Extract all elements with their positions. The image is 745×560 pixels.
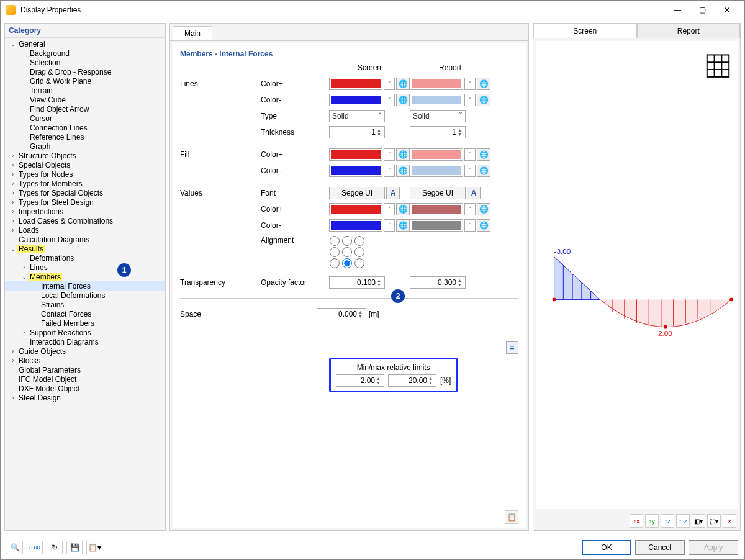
tree-item[interactable]: Calculation Diagrams (5, 235, 165, 244)
limit-max[interactable]: 20.00▲▼ (388, 374, 436, 387)
fill-colorp-report[interactable] (410, 148, 463, 161)
lines-type-screen[interactable]: Solid˅ (329, 110, 385, 122)
chevron-right-icon[interactable]: › (9, 394, 17, 401)
axis-x-icon[interactable]: ↕x (630, 514, 643, 528)
tree-item[interactable]: Cursor (5, 114, 165, 123)
globe-icon[interactable]: 🌐 (477, 165, 490, 177)
tree-item[interactable]: ›Types for Nodes (5, 169, 165, 179)
close-button[interactable]: ✕ (715, 1, 739, 19)
tree-item[interactable]: Terrain (5, 86, 165, 95)
tree-item[interactable]: ›Blocks (5, 356, 165, 365)
tree-item[interactable]: IFC Model Object (5, 374, 165, 384)
axis-z-icon[interactable]: ↕z (661, 514, 674, 528)
chevron-right-icon[interactable]: › (9, 357, 17, 364)
fill-colorp-screen[interactable] (329, 148, 382, 161)
tree-item[interactable]: ›Special Objects (5, 160, 165, 169)
copy-icon[interactable]: 📋▾ (86, 541, 102, 554)
tree-item[interactable]: Background (5, 48, 165, 58)
lines-colorp-screen[interactable] (329, 78, 382, 90)
globe-icon[interactable]: 🌐 (396, 165, 410, 177)
tree-item[interactable]: ⌄General (5, 39, 165, 48)
tree-item[interactable]: ›Structure Objects (5, 151, 165, 160)
globe-icon[interactable]: 🌐 (477, 219, 490, 232)
tree-item[interactable]: ›Lines (5, 263, 165, 272)
tree-item[interactable]: ›Types for Steel Design (5, 197, 165, 207)
preview-tab-report[interactable]: Report (637, 24, 741, 38)
lines-colorm-screen[interactable] (329, 94, 382, 106)
font-edit-icon[interactable]: A (386, 187, 400, 199)
category-tree[interactable]: ⌄GeneralBackgroundSelectionDrag & Drop -… (5, 38, 165, 530)
values-font-screen[interactable]: Segoe UI (329, 187, 385, 199)
tree-item[interactable]: ›Types for Members (5, 179, 165, 188)
globe-icon[interactable]: 🌐 (396, 78, 410, 90)
chevron-down-icon[interactable]: ⌄ (9, 40, 17, 47)
tree-item[interactable]: Selection (5, 58, 165, 67)
opacity-screen[interactable]: 0.100▲▼ (329, 276, 385, 289)
globe-icon[interactable]: 🌐 (396, 94, 410, 106)
tree-item[interactable]: Drag & Drop - Response (5, 67, 165, 76)
opacity-report[interactable]: 0.300▲▼ (410, 276, 466, 289)
equal-button[interactable]: = (506, 341, 518, 354)
tree-item[interactable]: Failed Members (5, 318, 165, 328)
refresh-icon[interactable]: ↻ (47, 541, 63, 554)
chevron-right-icon[interactable]: › (9, 227, 17, 233)
chevron-right-icon[interactable]: › (9, 348, 17, 355)
tree-item[interactable]: Grid & Work Plane (5, 76, 165, 86)
view-3d-icon[interactable]: ⬚▾ (707, 514, 721, 528)
tree-item[interactable]: ›Support Reactions (5, 328, 165, 337)
globe-icon[interactable]: 🌐 (477, 203, 490, 215)
preview-tab-screen[interactable]: Screen (533, 24, 637, 38)
values-font-report[interactable]: Segoe UI (410, 187, 466, 199)
chevron-right-icon[interactable]: › (20, 329, 29, 336)
cancel-button[interactable]: Cancel (635, 540, 685, 555)
axis-neg-z-icon[interactable]: ↕-z (676, 514, 690, 528)
tree-item[interactable]: DXF Model Object (5, 384, 165, 393)
chevron-right-icon[interactable]: › (9, 152, 17, 159)
reset-view-icon[interactable]: ✕ (723, 514, 736, 528)
tree-item[interactable]: View Cube (5, 95, 165, 104)
number-format-icon[interactable]: 0.00 (27, 541, 43, 554)
tree-item[interactable]: ›Guide Objects (5, 346, 165, 356)
values-colorp-report[interactable] (410, 203, 463, 215)
tree-item[interactable]: Global Parameters (5, 365, 165, 374)
chevron-down-icon[interactable]: ⌄ (9, 245, 17, 252)
tree-item[interactable]: Connection Lines (5, 123, 165, 132)
search-icon[interactable]: 🔍 (7, 541, 23, 554)
tree-item[interactable]: Interaction Diagrams (5, 337, 165, 346)
tree-item[interactable]: Local Deformations (5, 291, 165, 300)
fill-colorm-screen[interactable] (329, 165, 382, 177)
font-edit-icon[interactable]: A (467, 187, 481, 199)
tree-item[interactable]: Find Object Arrow (5, 104, 165, 114)
chevron-right-icon[interactable]: › (9, 189, 17, 196)
lines-colorm-report[interactable] (410, 94, 463, 106)
fill-colorm-report[interactable] (410, 165, 463, 177)
tree-item[interactable]: Strains (5, 300, 165, 309)
globe-icon[interactable]: 🌐 (396, 203, 410, 215)
chevron-right-icon[interactable]: › (20, 264, 29, 271)
save-icon[interactable]: 💾 (66, 541, 83, 554)
values-colorm-screen[interactable] (329, 219, 382, 232)
globe-icon[interactable]: 🌐 (477, 148, 490, 161)
space-value[interactable]: 0.000▲▼ (317, 308, 366, 320)
chevron-right-icon[interactable]: › (9, 180, 17, 187)
lines-type-report[interactable]: Solid˅ (410, 110, 466, 122)
dropdown-icon[interactable]: ˅ (384, 78, 395, 90)
tree-item[interactable]: Contact Forces (5, 309, 165, 318)
values-colorp-screen[interactable] (329, 203, 382, 215)
globe-icon[interactable]: 🌐 (396, 219, 410, 232)
chevron-right-icon[interactable]: › (9, 208, 17, 215)
tree-item[interactable]: Deformations (5, 253, 165, 263)
chevron-right-icon[interactable]: › (9, 171, 17, 178)
apply-button[interactable]: Apply (689, 540, 738, 555)
tree-item[interactable]: ›Load Cases & Combinations (5, 216, 165, 225)
chevron-right-icon[interactable]: › (9, 199, 17, 205)
tree-item[interactable]: ⌄Results (5, 244, 165, 253)
globe-icon[interactable]: 🌐 (477, 78, 490, 90)
globe-icon[interactable]: 🌐 (396, 148, 410, 161)
tab-main[interactable]: Main (173, 26, 212, 40)
copy-settings-icon[interactable]: 📋 (505, 510, 518, 524)
chevron-down-icon[interactable]: ⌄ (20, 273, 29, 280)
lines-thickness-screen[interactable]: 1▲▼ (329, 126, 385, 138)
chevron-right-icon[interactable]: › (9, 217, 17, 224)
chevron-right-icon[interactable]: › (9, 161, 17, 168)
